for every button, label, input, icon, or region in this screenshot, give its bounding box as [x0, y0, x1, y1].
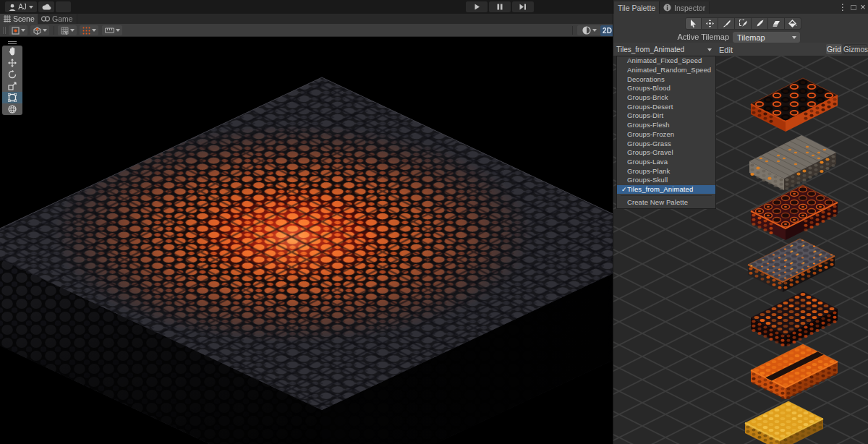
scene-visibility-dropdown[interactable] [30, 25, 49, 35]
chevron-down-icon [592, 29, 597, 32]
tab-tile-palette-label: Tile Palette [618, 4, 655, 12]
palette-dropdown-value: Tiles_from_Animated [616, 46, 684, 54]
window-menu-icon[interactable]: ⋮ [838, 1, 848, 12]
tab-scene[interactable]: Scene [0, 14, 38, 24]
scale-tool-button[interactable] [2, 80, 22, 92]
move-icon [8, 59, 17, 67]
palette-dropdown-item[interactable]: ✓Tiles_from_Animated [617, 185, 715, 195]
transform-icon [8, 105, 17, 114]
scene-grid-icon [4, 15, 11, 22]
play-icon [474, 4, 480, 10]
person-icon [9, 4, 16, 11]
toolbar-handle[interactable] [3, 27, 4, 34]
bucket-icon [788, 20, 797, 27]
cloud-icon [42, 4, 51, 10]
main-toolbar: AJ [0, 0, 613, 14]
cursor-icon [690, 20, 697, 27]
tab-tile-palette[interactable]: Tile Palette [614, 1, 659, 14]
check-icon: ✓ [621, 185, 627, 194]
box-fill-tool-button[interactable] [735, 17, 752, 30]
measure-icon [105, 27, 114, 34]
picker-tool-button[interactable] [752, 17, 768, 30]
view-tool-button[interactable] [2, 46, 22, 57]
palette-dropdown-item[interactable]: Groups-Skull [617, 176, 715, 185]
palette-dropdown-item[interactable]: Animated_Random_Speed [617, 66, 715, 75]
eraser-icon [773, 20, 780, 27]
palette-dropdown-item[interactable]: Groups-Flesh [617, 121, 715, 130]
tile-palette-window: Tile Palette Inspector ⋮ □ × [613, 0, 868, 444]
svg-text:Y: Y [64, 30, 68, 35]
shaded-sphere-icon [582, 26, 591, 35]
measure-dropdown[interactable] [102, 25, 122, 35]
edit-button[interactable]: Edit [719, 44, 738, 55]
move-selection-icon [706, 20, 714, 27]
eraser-tool-button[interactable] [768, 17, 785, 30]
2d-label: 2D [603, 27, 612, 35]
toolbar-handle2 [5, 27, 6, 34]
draw-mode-icon [12, 27, 20, 35]
rect-tool-icon [8, 93, 17, 102]
chevron-down-icon [116, 29, 120, 32]
brush-icon [723, 20, 731, 27]
active-tilemap-value: Tilemap [737, 33, 765, 42]
tab-inspector-label: Inspector [674, 4, 705, 12]
palette-options-row: Tiles_from_Animated Edit Grid Gizmos [613, 43, 868, 56]
palette-dropdown-item[interactable]: Groups-Gravel [617, 148, 715, 158]
tool-strip-handle[interactable] [2, 40, 22, 46]
tab-game[interactable]: Game [38, 14, 77, 24]
tab-scene-label: Scene [13, 14, 35, 23]
cloud-button[interactable] [38, 1, 54, 12]
tab-inspector[interactable]: Inspector [659, 1, 710, 14]
unity-editor: AJ [0, 0, 868, 444]
palette-dropdown-item[interactable]: Groups-Frozen [617, 130, 715, 140]
active-tilemap-dropdown[interactable]: Tilemap [733, 32, 800, 43]
palette-dropdown-item[interactable]: Groups-Grass [617, 139, 715, 148]
draw-mode-dropdown[interactable] [9, 25, 27, 35]
chevron-down-icon [92, 29, 96, 32]
game-icon [41, 16, 50, 22]
fill-tool-button[interactable] [785, 17, 801, 30]
play-button[interactable] [466, 1, 488, 12]
maximize-icon[interactable]: □ [848, 1, 859, 12]
close-icon[interactable]: × [858, 1, 868, 12]
shading-dropdown[interactable] [577, 25, 601, 35]
select-tool-button[interactable] [685, 17, 702, 30]
step-button[interactable] [512, 1, 534, 12]
panel-header: Tile Palette Inspector ⋮ □ × [613, 0, 868, 14]
layers-button[interactable] [56, 1, 71, 12]
palette-dropdown-item[interactable]: Groups-Brick [617, 93, 715, 103]
chevron-down-icon [70, 29, 75, 32]
scene-view-toolbar: Y [0, 24, 613, 37]
eyedropper-icon [756, 20, 764, 27]
palette-dropdown-item[interactable]: Groups-Desert [617, 102, 715, 111]
snap-settings-dropdown[interactable] [80, 25, 98, 35]
scene-viewport[interactable] [0, 37, 613, 444]
palette-dropdown-item[interactable]: Animated_Fixed_Speed [617, 56, 715, 66]
account-button[interactable]: AJ [5, 1, 37, 12]
palette-dropdown-item[interactable]: Groups-Lava [617, 158, 715, 167]
palette-dropdown-item[interactable]: Groups-Blood [617, 84, 715, 93]
move-tool-button[interactable] [2, 57, 22, 69]
rect-tool-button[interactable] [2, 92, 22, 103]
tool-strip [2, 40, 22, 115]
pause-icon [497, 4, 503, 10]
transform-tool-button[interactable] [2, 103, 22, 115]
grid-button[interactable]: Grid [826, 44, 842, 54]
chevron-down-icon [21, 29, 25, 32]
move-selection-button[interactable] [702, 17, 718, 30]
pause-button[interactable] [489, 1, 511, 12]
account-label: AJ [18, 3, 27, 11]
chevron-down-icon [29, 6, 33, 9]
palette-dropdown-list: Animated_Fixed_SpeedAnimated_Random_Spee… [616, 56, 716, 209]
tilemap-platform [0, 37, 613, 444]
palette-dropdown-item[interactable]: Groups-Plank [617, 166, 715, 176]
gizmos-button[interactable]: Gizmos [844, 44, 867, 54]
box-fill-icon [739, 20, 747, 27]
grid-axis-dropdown[interactable]: Y [58, 25, 77, 35]
palette-dropdown-item[interactable]: Decorations [617, 74, 715, 84]
palette-dropdown[interactable]: Tiles_from_Animated [615, 44, 716, 55]
create-new-palette-item[interactable]: Create New Palette [617, 197, 715, 207]
palette-dropdown-item[interactable]: Groups-Dirt [617, 111, 715, 121]
rotate-tool-button[interactable] [2, 69, 22, 80]
paint-tool-button[interactable] [718, 17, 735, 30]
